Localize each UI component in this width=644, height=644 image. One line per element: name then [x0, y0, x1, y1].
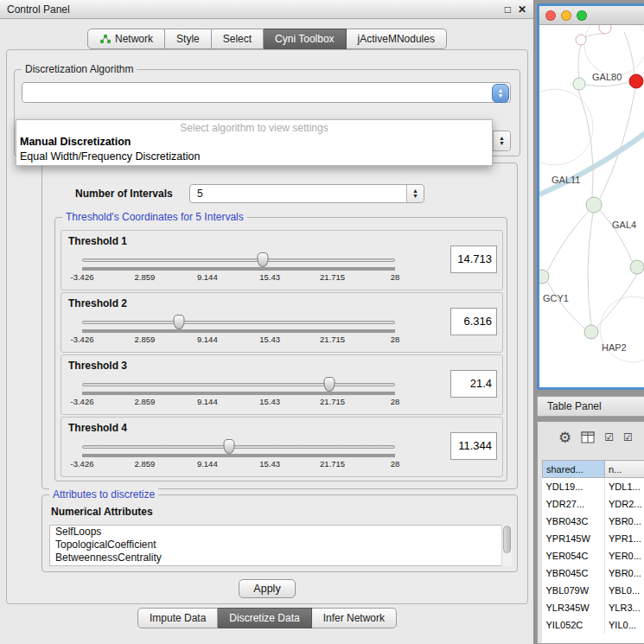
control-panel-titlebar[interactable]: Control Panel □ ✕ [0, 0, 533, 19]
table-cell[interactable]: YPR145W [543, 530, 605, 547]
combobox-stepper-icon[interactable]: ▲▼ [493, 131, 510, 150]
table-row[interactable]: YBR045CYBR0... [543, 564, 644, 582]
threshold-4-value-field[interactable]: 11.344 [450, 432, 497, 460]
table-cell[interactable]: YLR345W [543, 599, 605, 616]
attribute-list-item[interactable]: SelfLoops [50, 526, 511, 539]
table-cell[interactable]: YBL0... [605, 582, 644, 599]
combobox-stepper-icon[interactable]: ▲▼ [406, 185, 424, 202]
network-node[interactable] [599, 25, 611, 34]
slider-track[interactable] [82, 445, 395, 449]
apply-button[interactable]: Apply [239, 579, 296, 598]
attribute-list-item[interactable]: TopologicalCoefficient [50, 539, 511, 552]
network-edge[interactable] [578, 90, 593, 197]
minimize-light-icon[interactable] [561, 10, 571, 21]
slider-thumb[interactable] [257, 252, 268, 267]
tab-network[interactable]: Network [87, 29, 165, 49]
network-edge[interactable] [585, 82, 629, 86]
network-view-window[interactable]: GAL80GAL11GAL4GCY1HAP2 [537, 3, 644, 390]
table-cell[interactable]: YDR27... [543, 495, 605, 513]
table-row[interactable]: YPR145WYPR1... [543, 530, 644, 547]
network-node[interactable] [586, 197, 602, 213]
table-cell[interactable]: YPR1... [605, 530, 644, 547]
table-cell[interactable]: YDL19... [543, 478, 605, 495]
threshold-1-slider[interactable] [82, 258, 395, 263]
slider-track[interactable] [82, 321, 395, 324]
threshold-2-slider[interactable] [82, 321, 395, 325]
table-row[interactable]: YBR043CYBR0... [543, 513, 644, 530]
network-edge[interactable] [578, 45, 581, 78]
network-node[interactable] [584, 325, 598, 339]
table-row[interactable]: YER054CYER0... [543, 547, 644, 564]
threshold-3-slider[interactable] [82, 383, 395, 387]
table-panel-header[interactable]: Table Panel [537, 396, 644, 417]
scrollbar-thumb[interactable] [503, 526, 511, 553]
network-node[interactable] [629, 74, 643, 88]
close-light-icon[interactable] [545, 10, 556, 21]
zoom-light-icon[interactable] [577, 10, 587, 21]
column-header[interactable]: n... [605, 461, 644, 478]
slider-thumb[interactable] [323, 377, 335, 392]
table-cell[interactable]: YDR2... [605, 495, 644, 513]
algorithm-combobox[interactable]: ▲▼ [22, 82, 511, 103]
numerical-attributes-list[interactable]: SelfLoopsTopologicalCoefficientBetweenne… [49, 525, 512, 566]
table-row[interactable]: YDL19...YDL1... [543, 478, 644, 495]
table-cell[interactable]: YLR3... [605, 599, 644, 616]
tab-impute-data[interactable]: Impute Data [137, 608, 218, 628]
threshold-1-value-field[interactable]: 14.713 [450, 245, 497, 273]
slider-thumb[interactable] [174, 315, 185, 329]
network-edge[interactable] [624, 32, 634, 74]
network-edge[interactable] [539, 132, 644, 194]
table-row[interactable]: YBL079WYBL0... [543, 582, 644, 599]
column-header[interactable]: shared... [543, 461, 605, 478]
dropdown-option-equal-width-frequency[interactable]: Equal Width/Frequency Discretization [16, 149, 492, 163]
table-cell[interactable]: YBR043C [543, 513, 605, 530]
network-edge[interactable] [600, 210, 633, 263]
table-row[interactable]: YLR345WYLR3... [543, 599, 644, 616]
slider-track[interactable] [82, 258, 395, 262]
table-cell[interactable]: YIL052C [543, 616, 605, 634]
settings-gear-icon[interactable]: ⚙ [558, 430, 571, 445]
threshold-3-value-field[interactable]: 21.4 [450, 370, 497, 398]
network-node[interactable] [576, 35, 586, 45]
network-node[interactable] [630, 260, 644, 274]
attribute-list-item[interactable]: BetweennessCentrality [50, 552, 511, 564]
tab-cyni-toolbox[interactable]: Cyni Toolbox [264, 29, 346, 49]
tab-jactivemnodules[interactable]: jActiveMNodules [347, 29, 447, 49]
float-window-icon[interactable]: □ [505, 3, 511, 16]
network-edge[interactable] [547, 282, 584, 328]
network-canvas[interactable]: GAL80GAL11GAL4GCY1HAP2 [539, 25, 644, 387]
network-edge[interactable] [588, 213, 593, 325]
tab-select[interactable]: Select [212, 29, 264, 49]
slider-track[interactable] [82, 383, 395, 386]
threshold-2-value-field[interactable]: 6.316 [450, 308, 497, 335]
network-node[interactable] [573, 78, 585, 90]
deselect-check-icon[interactable]: ☑ [623, 431, 633, 443]
table-cell[interactable]: YBR0... [605, 564, 644, 582]
slider-thumb[interactable] [224, 439, 235, 454]
tab-discretize-data[interactable]: Discretize Data [218, 608, 311, 628]
network-window-titlebar[interactable] [539, 6, 644, 25]
table-cell[interactable]: YBR0... [605, 513, 644, 530]
table-cell[interactable]: YDL1... [605, 478, 644, 495]
select-all-check-icon[interactable]: ☑ [604, 431, 614, 443]
tab-infer-network[interactable]: Infer Network [312, 608, 397, 628]
table-cell[interactable]: YIL0... [605, 616, 644, 634]
network-edge[interactable] [585, 34, 605, 37]
table-cell[interactable]: YBL079W [543, 582, 605, 599]
number-of-intervals-combobox[interactable]: 5 ▲▼ [189, 184, 424, 203]
close-icon[interactable]: ✕ [518, 3, 526, 16]
list-scrollbar[interactable] [501, 525, 512, 566]
combobox-stepper-icon[interactable]: ▲▼ [492, 84, 509, 103]
table-cell[interactable]: YBR045C [543, 564, 605, 582]
column-visibility-icon[interactable] [581, 431, 595, 443]
table-cell[interactable]: YER054C [543, 547, 605, 564]
tab-style[interactable]: Style [165, 29, 212, 49]
table-row[interactable]: YDR27...YDR2... [543, 495, 644, 513]
threshold-4-slider[interactable] [82, 445, 395, 450]
table-row[interactable]: YIL052CYIL0... [543, 616, 644, 634]
network-canvas-svg[interactable]: GAL80GAL11GAL4GCY1HAP2 [539, 25, 644, 387]
table-cell[interactable]: YER0... [605, 547, 644, 564]
network-node[interactable] [539, 270, 549, 284]
dropdown-option-manual-discretization[interactable]: Manual Discretization [16, 134, 492, 149]
network-edge[interactable] [547, 211, 589, 271]
